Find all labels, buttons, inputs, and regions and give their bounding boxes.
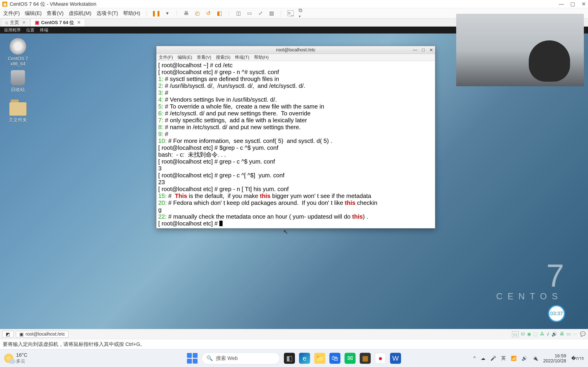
snapshot-icon[interactable]: 🖶 bbox=[183, 10, 189, 16]
terminal-close-button[interactable]: ✕ bbox=[429, 47, 433, 53]
tray-date: 2022/10/28 bbox=[543, 358, 566, 363]
term-line: [ root@localhost etc] # grep - c ^[ ^$] … bbox=[158, 172, 284, 179]
close-tab-icon[interactable]: ✕ bbox=[22, 20, 26, 25]
tray-onedrive-icon[interactable]: ☁ bbox=[481, 356, 485, 361]
dev-display-icon[interactable]: ▭ bbox=[566, 331, 571, 337]
term-text: # name in /etc/sysctl. d/ and put new se… bbox=[165, 124, 301, 131]
term-lineno: 10: bbox=[158, 137, 168, 144]
term-lineno: 5: bbox=[158, 103, 165, 110]
tray-ime-label[interactable]: 英 bbox=[501, 355, 506, 361]
unity-icon[interactable]: ▨ bbox=[268, 10, 275, 16]
tray-chevron-icon[interactable]: ^ bbox=[474, 356, 476, 361]
dev-floppy-icon[interactable]: ⬚ bbox=[533, 331, 538, 337]
terminal-minimize-button[interactable]: — bbox=[413, 47, 417, 53]
tab-centos[interactable]: ▣ CentOS 7 64 位 ✕ bbox=[31, 19, 85, 26]
term-text: is the default, if you make bbox=[187, 192, 260, 199]
centos-seven: 7 bbox=[496, 259, 563, 292]
gnome-places-menu[interactable]: 位置 bbox=[26, 27, 35, 33]
taskbar-weather[interactable]: 16°C 多云 bbox=[4, 352, 27, 364]
maximize-button[interactable]: ▢ bbox=[570, 1, 575, 7]
desktop-icon-trash[interactable]: 回收站 bbox=[4, 70, 32, 93]
taskbar-search[interactable]: 🔍 搜索 Web bbox=[202, 352, 280, 364]
tab-home[interactable]: ⌂ 主页 ✕ bbox=[1, 19, 30, 26]
menu-edit[interactable]: 编辑(E) bbox=[25, 10, 42, 17]
dropdown-icon[interactable]: ▾ bbox=[164, 10, 170, 16]
clock-icon[interactable]: ◴ bbox=[194, 10, 200, 16]
fullscreen-icon[interactable]: ⤢ bbox=[258, 10, 263, 16]
menu-vm[interactable]: 虚拟机(M) bbox=[69, 10, 91, 17]
layout-icon-2[interactable]: ▭ bbox=[246, 10, 252, 16]
term-text: # sysctl settings are defined through fi… bbox=[165, 75, 279, 82]
term-menu-search[interactable]: 搜索(S) bbox=[216, 54, 230, 60]
close-button[interactable]: ✕ bbox=[582, 1, 586, 7]
gnome-show-desktop-button[interactable]: ◩ bbox=[2, 331, 14, 338]
dev-monitor-icon[interactable]: ▭ bbox=[512, 331, 519, 337]
dev-hdd-icon[interactable]: ⛁ bbox=[521, 331, 525, 337]
term-line: [ root@localhost etc] # bbox=[158, 220, 219, 227]
vm-hint-bar: 要将输入定向到该虚拟机，请将鼠标指针移入其中或按 Ctrl+G。 bbox=[0, 339, 588, 349]
menu-file[interactable]: 文件(F) bbox=[3, 10, 20, 17]
dev-more-icon[interactable]: ⋯ bbox=[573, 331, 578, 337]
taskview-icon[interactable]: ◧ bbox=[284, 353, 295, 364]
menu-help[interactable]: 帮助(H) bbox=[123, 10, 140, 17]
wechat-icon[interactable]: ✉ bbox=[345, 353, 355, 364]
word-icon[interactable]: W bbox=[390, 353, 401, 364]
dev-printer-icon[interactable]: 🖶 bbox=[560, 331, 564, 337]
weather-temp: 16°C bbox=[16, 352, 27, 358]
minimize-button[interactable]: — bbox=[559, 1, 564, 7]
tray-notification-icon[interactable]: �การ bbox=[571, 355, 584, 362]
tray-time: 16:59 bbox=[543, 353, 566, 358]
tray-volume-icon[interactable]: 🔊 bbox=[522, 356, 527, 361]
term-menu-file[interactable]: 文件(F) bbox=[159, 54, 173, 60]
pause-icon[interactable]: ❚❚ bbox=[153, 10, 159, 16]
edge-icon[interactable]: e bbox=[299, 353, 310, 364]
gnome-terminal-menu[interactable]: 终端 bbox=[40, 27, 48, 33]
term-menu-help[interactable]: 帮助(H) bbox=[254, 54, 269, 60]
gnome-apps-menu[interactable]: 应用程序 bbox=[4, 27, 21, 33]
desktop-icon-disc[interactable]: CentOS 7 x86_64 bbox=[4, 38, 32, 67]
close-tab-icon[interactable]: ✕ bbox=[77, 20, 81, 25]
term-line: bash: - c: 未找到命令. . . bbox=[158, 151, 226, 158]
separator bbox=[177, 10, 177, 16]
dev-message-icon[interactable]: 💬 bbox=[580, 331, 586, 337]
desktop-icon-home[interactable]: 主文件夹 bbox=[4, 102, 32, 123]
terminal-window[interactable]: root@localhost:/etc — □ ✕ 文件(F) 编辑(E) 查看… bbox=[156, 46, 435, 228]
term-lineno: 1: bbox=[158, 75, 165, 82]
menu-view[interactable]: 查看(V) bbox=[47, 10, 63, 17]
trash-icon bbox=[11, 70, 25, 85]
start-button[interactable] bbox=[187, 353, 198, 364]
recorder-icon[interactable]: ● bbox=[375, 353, 386, 364]
search-icon: 🔍 bbox=[207, 355, 213, 361]
console-icon[interactable]: >_ bbox=[288, 10, 294, 16]
dev-usb-icon[interactable]: ᚋ bbox=[547, 331, 549, 337]
tray-wifi-icon[interactable]: 📶 bbox=[511, 356, 517, 361]
store-icon[interactable]: 🛍 bbox=[329, 353, 340, 364]
dev-sound-icon[interactable]: 🔊 bbox=[552, 331, 557, 337]
menu-tabs[interactable]: 选项卡(T) bbox=[96, 10, 118, 17]
mouse-pointer-icon: ↖ bbox=[283, 228, 288, 236]
term-lineno: 7: bbox=[158, 117, 165, 124]
vm-device-icons: ▭ ⛁ ◉ ⬚ 🖧 ᚋ 🔊 🖶 ▭ ⋯ 💬 bbox=[512, 331, 586, 337]
tray-clock[interactable]: 16:59 2022/10/28 bbox=[543, 353, 566, 363]
tray-mic-icon[interactable]: 🎤 bbox=[490, 356, 496, 361]
term-menu-view[interactable]: 查看(V) bbox=[197, 54, 211, 60]
explorer-icon[interactable]: 📁 bbox=[314, 353, 325, 364]
terminal-title-bar[interactable]: root@localhost:/etc — □ ✕ bbox=[156, 46, 435, 54]
gnome-task-terminal[interactable]: ▣ root@localhost:/etc bbox=[16, 331, 69, 338]
dev-net-icon[interactable]: 🖧 bbox=[540, 331, 545, 337]
terminal-maximize-button[interactable]: □ bbox=[422, 47, 425, 53]
vmware-taskbar-icon[interactable]: ▦ bbox=[360, 353, 371, 364]
terminal-body[interactable]: [ root@localhost ~] # cd /etc [ root@loc… bbox=[156, 61, 435, 228]
layout-icon-1[interactable]: ◫ bbox=[235, 10, 242, 16]
centos-word: CENTOS bbox=[496, 292, 563, 301]
term-text: # bbox=[165, 89, 168, 96]
revert-icon[interactable]: ↺ bbox=[205, 10, 211, 16]
term-menu-edit[interactable]: 编辑(E) bbox=[178, 54, 192, 60]
stretch-icon[interactable]: ⧉ ▾ bbox=[299, 10, 304, 16]
dev-cd-icon[interactable]: ◉ bbox=[527, 331, 531, 337]
vmware-title-bar: ▦ CentOS 7 64 位 - VMware Workstation — ▢… bbox=[0, 0, 588, 8]
manage-icon[interactable]: ◧ bbox=[216, 10, 222, 16]
term-menu-terminal[interactable]: 终端(T) bbox=[235, 54, 249, 60]
term-lineno: 22: bbox=[158, 213, 168, 220]
tray-battery-icon[interactable]: 🔌 bbox=[532, 356, 538, 361]
